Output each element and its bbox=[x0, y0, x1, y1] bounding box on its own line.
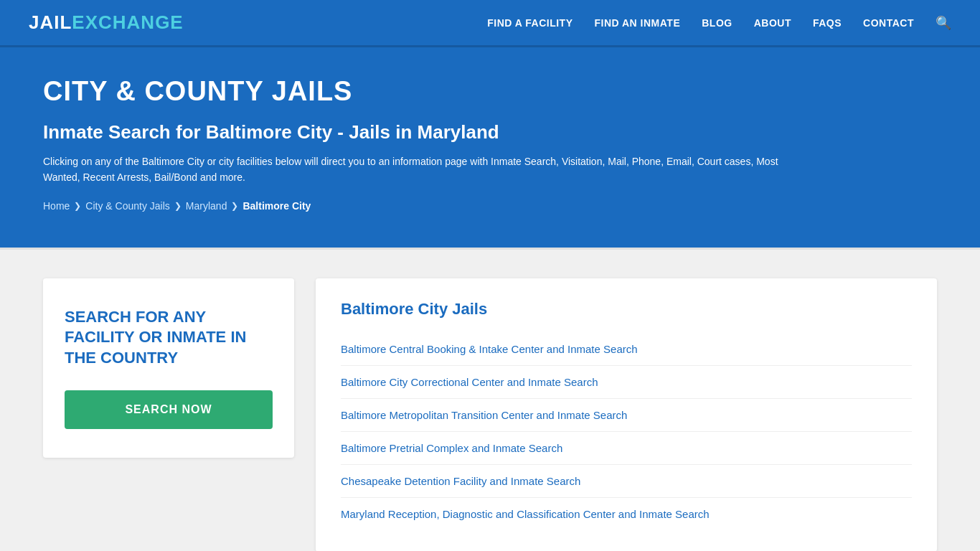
search-box: SEARCH FOR ANY FACILITY OR INMATE IN THE… bbox=[43, 278, 294, 458]
logo-exchange: EXCHANGE bbox=[72, 11, 183, 34]
search-box-title: SEARCH FOR ANY FACILITY OR INMATE IN THE… bbox=[65, 307, 273, 369]
list-item: Baltimore City Correctional Center and I… bbox=[341, 366, 912, 399]
nav-item-blog[interactable]: BLOG bbox=[702, 17, 732, 29]
nav-link-contact[interactable]: CONTACT bbox=[863, 17, 914, 29]
breadcrumb-separator-2: ❯ bbox=[174, 201, 182, 211]
nav-menu: FIND A FACILITY FIND AN INMATE BLOG ABOU… bbox=[487, 15, 951, 31]
facility-link-5[interactable]: Chesapeake Detention Facility and Inmate… bbox=[341, 475, 580, 487]
nav-item-faqs[interactable]: FAQs bbox=[813, 17, 842, 29]
nav-search-icon[interactable]: 🔍 bbox=[936, 15, 951, 31]
facility-card-title-jails: Baltimore City Jails bbox=[341, 300, 912, 319]
nav-link-faqs[interactable]: FAQs bbox=[813, 17, 842, 29]
list-item: Maryland Reception, Diagnostic and Class… bbox=[341, 498, 912, 530]
main-content: SEARCH FOR ANY FACILITY OR INMATE IN THE… bbox=[0, 250, 980, 551]
breadcrumb-current: Baltimore City bbox=[242, 200, 311, 212]
page-description: Clicking on any of the Baltimore City or… bbox=[43, 154, 818, 186]
list-item: Chesapeake Detention Facility and Inmate… bbox=[341, 465, 912, 498]
logo-jail: JAIL bbox=[29, 11, 72, 34]
facility-link-6[interactable]: Maryland Reception, Diagnostic and Class… bbox=[341, 508, 710, 520]
list-item: Baltimore Central Booking & Intake Cente… bbox=[341, 333, 912, 366]
facility-link-3[interactable]: Baltimore Metropolitan Transition Center… bbox=[341, 409, 627, 421]
right-content: Baltimore City Jails Baltimore Central B… bbox=[316, 278, 937, 551]
logo[interactable]: JAILEXCHANGE bbox=[29, 11, 184, 34]
nav-link-find-inmate[interactable]: FIND AN INMATE bbox=[594, 17, 680, 29]
facility-link-4[interactable]: Baltimore Pretrial Complex and Inmate Se… bbox=[341, 442, 562, 454]
nav-item-find-facility[interactable]: FIND A FACILITY bbox=[487, 17, 573, 29]
hero-section: CITY & COUNTY JAILS Inmate Search for Ba… bbox=[0, 47, 980, 248]
search-icon[interactable]: 🔍 bbox=[936, 16, 951, 30]
breadcrumb: Home ❯ City & County Jails ❯ Maryland ❯ … bbox=[43, 200, 937, 212]
search-now-button[interactable]: SEARCH NOW bbox=[65, 390, 273, 429]
nav-link-about[interactable]: ABOUT bbox=[754, 17, 791, 29]
list-item: Baltimore Pretrial Complex and Inmate Se… bbox=[341, 432, 912, 465]
nav-item-find-inmate[interactable]: FIND AN INMATE bbox=[594, 17, 680, 29]
facility-link-2[interactable]: Baltimore City Correctional Center and I… bbox=[341, 376, 598, 388]
facility-link-1[interactable]: Baltimore Central Booking & Intake Cente… bbox=[341, 343, 638, 355]
breadcrumb-home[interactable]: Home bbox=[43, 200, 70, 212]
facility-list-jails: Baltimore Central Booking & Intake Cente… bbox=[341, 333, 912, 530]
breadcrumb-separator-3: ❯ bbox=[231, 201, 238, 211]
nav-link-find-facility[interactable]: FIND A FACILITY bbox=[487, 17, 573, 29]
nav-item-contact[interactable]: CONTACT bbox=[863, 17, 914, 29]
breadcrumb-city-county[interactable]: City & County Jails bbox=[85, 200, 169, 212]
page-subtitle: Inmate Search for Baltimore City - Jails… bbox=[43, 121, 937, 143]
nav-link-blog[interactable]: BLOG bbox=[702, 17, 732, 29]
facility-card-jails: Baltimore City Jails Baltimore Central B… bbox=[316, 278, 937, 551]
breadcrumb-separator-1: ❯ bbox=[74, 201, 81, 211]
navbar: JAILEXCHANGE FIND A FACILITY FIND AN INM… bbox=[0, 0, 980, 47]
breadcrumb-state[interactable]: Maryland bbox=[186, 200, 227, 212]
list-item: Baltimore Metropolitan Transition Center… bbox=[341, 399, 912, 432]
nav-item-about[interactable]: ABOUT bbox=[754, 17, 791, 29]
page-title: CITY & COUNTY JAILS bbox=[43, 76, 937, 107]
